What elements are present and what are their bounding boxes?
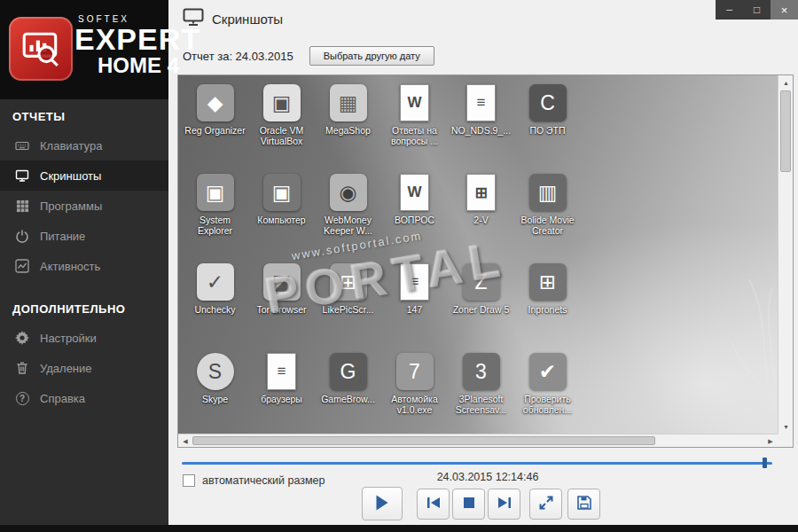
sidebar-item-power[interactable]: Питание <box>0 221 168 251</box>
desktop-icon: ≡NO_NDS.9_... <box>448 79 514 168</box>
sidebar-item-uninstall[interactable]: Удаление <box>0 353 168 383</box>
horizontal-scroll-thumb[interactable] <box>192 436 655 445</box>
desktop-icon-image: Z <box>463 263 500 301</box>
close-button[interactable]: × <box>771 0 798 20</box>
sidebar-item-label: Клавиатура <box>40 139 102 153</box>
sidebar-item-label: Питание <box>40 230 85 243</box>
auto-size-label: автоматический размер <box>202 474 325 487</box>
desktop-icon-image: 3 <box>463 353 500 390</box>
desktop-icon-image: ≡ <box>400 263 429 301</box>
sidebar: SOFTEX EXPERT HOME 4 ОТЧЕТЫ Клавиатура С… <box>0 0 168 532</box>
desktop-icon: ▣Компьютер <box>248 168 315 258</box>
sidebar-item-help[interactable]: ? Справка <box>0 383 168 413</box>
desktop-icon-label: Inpronets <box>528 304 567 315</box>
sidebar-item-label: Справка <box>40 392 85 405</box>
report-toolbar: Отчет за: 24.03.2015 Выбрать другую дату <box>183 46 434 66</box>
desktop-icon-image: ▣ <box>263 174 301 211</box>
maximize-button[interactable]: □ <box>743 0 771 20</box>
desktop-icon-label: Unchecky <box>194 304 235 315</box>
sidebar-item-settings[interactable]: Настройки <box>0 323 168 353</box>
desktop-icon-label: WebMoney Keeper W... <box>317 215 380 237</box>
vertical-scrollbar: ▲ ▼ <box>778 75 793 434</box>
minimize-button[interactable]: – <box>716 0 743 20</box>
fullscreen-button[interactable] <box>529 489 562 520</box>
sidebar-item-activity[interactable]: Активность <box>0 251 168 281</box>
desktop-icon-image: ▣ <box>263 84 301 121</box>
desktop-icon-label: LikePicScr... <box>323 304 374 315</box>
scroll-left-button[interactable]: ◀ <box>178 434 192 448</box>
desktop-icon-image: ⊞ <box>529 263 567 301</box>
sidebar-item-screenshots[interactable]: Скриншоты <box>0 160 168 191</box>
desktop-icon: 33Planesoft Screensav... <box>448 348 514 434</box>
wallpaper-branch-decoration <box>723 226 778 421</box>
desktop-icon-label: Проверить обновлен... <box>516 394 580 416</box>
desktop-icon: GGameBrow... <box>315 348 381 434</box>
desktop-icon-image: ≡ <box>466 84 496 121</box>
save-icon <box>577 496 591 512</box>
save-button[interactable] <box>567 489 600 520</box>
desktop-icon: ▥Bolide Movie Creator <box>514 168 581 258</box>
sidebar-item-label: Программы <box>40 200 102 213</box>
desktop-icon: ◪Tor Browser <box>248 258 315 348</box>
timeline-slider[interactable] <box>182 458 772 468</box>
auto-size-checkbox[interactable] <box>183 474 195 487</box>
desktop-icon-image: ⊞ <box>466 174 496 211</box>
sidebar-item-keyboard[interactable]: Клавиатура <box>0 130 168 160</box>
desktop-icon-label: System Explorer <box>184 215 247 237</box>
trash-icon <box>14 361 30 375</box>
desktop-icon-label: NO_NDS.9_... <box>451 125 511 136</box>
desktop-screenshot: ◆Reg Organizer▣Oracle VM VirtualBox▦Mega… <box>178 75 778 434</box>
desktop-icon-label: Tor Browser <box>256 304 306 315</box>
keyboard-icon <box>14 138 30 153</box>
scrollbar-corner <box>778 434 793 447</box>
scroll-up-button[interactable]: ▲ <box>778 75 794 90</box>
desktop-icon: CПО ЭТП <box>514 79 581 168</box>
desktop-icon-image: ⊞ <box>330 263 367 301</box>
desktop-icon-label: Bolide Movie Creator <box>516 215 580 237</box>
desktop-icon-label: Компьютер <box>257 215 305 225</box>
page-title: Скриншоты <box>212 12 283 27</box>
desktop-icon: ZZoner Draw 5 <box>448 258 514 348</box>
gear-icon <box>14 331 30 345</box>
desktop-icon-image: ◪ <box>263 263 301 301</box>
skip-back-icon <box>426 497 441 512</box>
stop-icon <box>463 497 475 512</box>
desktop-icon: ✔Проверить обновлен... <box>514 348 581 434</box>
desktop-icon-image: ◉ <box>330 174 367 211</box>
softex-logo-icon <box>9 17 73 81</box>
power-icon <box>14 229 30 243</box>
desktop-icon-label: Zoner Draw 5 <box>453 304 510 315</box>
desktop-icon-label: MegaShop <box>325 125 371 136</box>
sidebar-item-label: Скриншоты <box>40 169 101 183</box>
additional-section-title: ДОПОЛНИТЕЛЬНО <box>0 292 168 323</box>
desktop-icon: WВОПРОС <box>381 168 448 258</box>
sidebar-item-programs[interactable]: Программы <box>0 191 168 221</box>
timeline-track[interactable] <box>182 462 772 465</box>
desktop-icon-image: 7 <box>396 353 434 390</box>
desktop-icon-label: Ответы на вопросы ... <box>383 125 447 147</box>
scroll-down-button[interactable]: ▼ <box>778 419 794 434</box>
play-button[interactable] <box>362 487 403 520</box>
skip-forward-icon <box>497 497 512 512</box>
window-bottom-border <box>0 525 798 532</box>
logo-edition: HOME 4 <box>98 54 200 76</box>
stop-button[interactable] <box>452 489 485 520</box>
desktop-icon-image: ✓ <box>197 263 234 301</box>
timeline-handle[interactable] <box>763 458 767 468</box>
desktop-icon-label: ВОПРОС <box>395 215 434 225</box>
desktop-icons-grid: ◆Reg Organizer▣Oracle VM VirtualBox▦Mega… <box>182 79 581 434</box>
desktop-icon-label: 2-V <box>473 215 488 225</box>
desktop-icon-label: Reg Organizer <box>184 125 245 136</box>
scroll-right-button[interactable]: ▶ <box>763 434 778 448</box>
vertical-scroll-thumb[interactable] <box>780 90 791 172</box>
desktop-icon-label: 3Planesoft Screensav... <box>450 394 513 416</box>
titlebar: Скриншоты <box>168 0 798 35</box>
app-window: SOFTEX EXPERT HOME 4 ОТЧЕТЫ Клавиатура С… <box>0 0 798 532</box>
desktop-icon-image: ▦ <box>330 84 367 121</box>
choose-date-button[interactable]: Выбрать другую дату <box>309 46 434 66</box>
next-frame-button[interactable] <box>488 489 520 520</box>
prev-frame-button[interactable] <box>417 489 450 520</box>
monitor-icon <box>14 168 30 183</box>
desktop-icon: ▦MegaShop <box>315 79 381 168</box>
apps-grid-icon <box>14 200 30 213</box>
